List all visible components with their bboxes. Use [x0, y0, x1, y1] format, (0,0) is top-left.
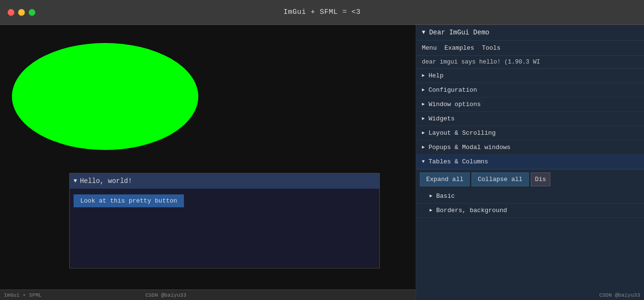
expand-all-button[interactable]: Expand all [420, 172, 470, 186]
traffic-lights [8, 9, 35, 16]
csdn-watermark: CSDN @baiyu33 [599, 292, 640, 298]
tree-arrow-window-options-icon: ► [422, 102, 425, 107]
tree-label-help: Help [429, 72, 443, 79]
tree-item-layout-scrolling[interactable]: ► Layout & Scrolling [416, 126, 644, 140]
panel-info-text: dear imgui says hello! (1.90.3 WI [416, 56, 644, 69]
tree-label-widgets: Widgets [429, 115, 455, 122]
tree-arrow-widgets-icon: ► [422, 116, 425, 121]
minimize-button[interactable] [18, 9, 25, 16]
tree-item-configuration[interactable]: ► Configuration [416, 83, 644, 97]
panel-header[interactable]: ▼ Dear ImGui Demo [416, 25, 644, 41]
sub-arrow-basic-icon: ► [429, 193, 432, 199]
tree-item-widgets[interactable]: ► Widgets [416, 112, 644, 126]
collapse-arrow-icon: ▼ [74, 178, 77, 184]
main-area: ▼ Hello, world! Look at this pretty butt… [0, 25, 644, 300]
tree-arrow-tables-icon: ▼ [422, 159, 425, 164]
examples-menu-item[interactable]: Examples [444, 43, 474, 54]
hello-window-content: Look at this pretty button [70, 189, 379, 213]
watermark: CSDN @baiyu33 [145, 292, 186, 298]
tree-label-configuration: Configuration [429, 86, 477, 94]
collapse-all-button[interactable]: Collapse all [472, 172, 529, 186]
panel-actions: Expand all Collapse all Dis [416, 169, 644, 189]
tree-item-tables-columns[interactable]: ▼ Tables & Columns [416, 155, 644, 169]
panel-tree-body: ► Help ► Configuration ► Window options … [416, 69, 644, 300]
titlebar: ImGui + SFML = <3 [0, 0, 644, 25]
tree-arrow-layout-icon: ► [422, 130, 425, 136]
tree-label-popups: Popups & Modal windows [429, 144, 511, 151]
imgui-panel: ▼ Dear ImGui Demo Menu Examples Tools de… [416, 25, 644, 300]
panel-title: Dear ImGui Demo [429, 29, 489, 36]
tree-item-window-options[interactable]: ► Window options [416, 97, 644, 112]
panel-menubar: Menu Examples Tools [416, 41, 644, 56]
tree-label-tables: Tables & Columns [429, 158, 488, 165]
sub-item-borders-background[interactable]: ► Borders, background [416, 204, 644, 218]
dis-button[interactable]: Dis [531, 172, 550, 186]
canvas-area: ▼ Hello, world! Look at this pretty butt… [0, 25, 416, 300]
statusbar: ImGui + SFML [0, 289, 416, 300]
tree-arrow-help-icon: ► [422, 73, 425, 78]
green-ellipse [10, 39, 205, 154]
svg-point-0 [12, 43, 198, 150]
hello-world-window: ▼ Hello, world! Look at this pretty butt… [69, 173, 380, 268]
sub-item-basic[interactable]: ► Basic [416, 189, 644, 204]
maximize-button[interactable] [29, 9, 35, 16]
hello-window-title: Hello, world! [80, 177, 132, 185]
menu-menu-item[interactable]: Menu [422, 43, 437, 54]
statusbar-text: ImGui + SFML [4, 292, 42, 298]
close-button[interactable] [8, 9, 14, 16]
sub-label-borders: Borders, background [436, 207, 507, 214]
tree-arrow-configuration-icon: ► [422, 87, 425, 93]
pretty-button[interactable]: Look at this pretty button [74, 194, 184, 207]
tree-item-popups-modal[interactable]: ► Popups & Modal windows [416, 140, 644, 155]
tree-arrow-popups-icon: ► [422, 145, 425, 150]
hello-window-titlebar[interactable]: ▼ Hello, world! [70, 173, 379, 189]
sub-label-basic: Basic [436, 193, 455, 200]
tree-item-help[interactable]: ► Help [416, 69, 644, 83]
tree-label-layout: Layout & Scrolling [429, 129, 495, 137]
tree-label-window-options: Window options [429, 101, 481, 108]
tools-menu-item[interactable]: Tools [482, 43, 501, 54]
panel-collapse-arrow-icon: ▼ [422, 29, 425, 36]
window-title: ImGui + SFML = <3 [283, 8, 361, 16]
sub-arrow-borders-icon: ► [429, 208, 432, 213]
